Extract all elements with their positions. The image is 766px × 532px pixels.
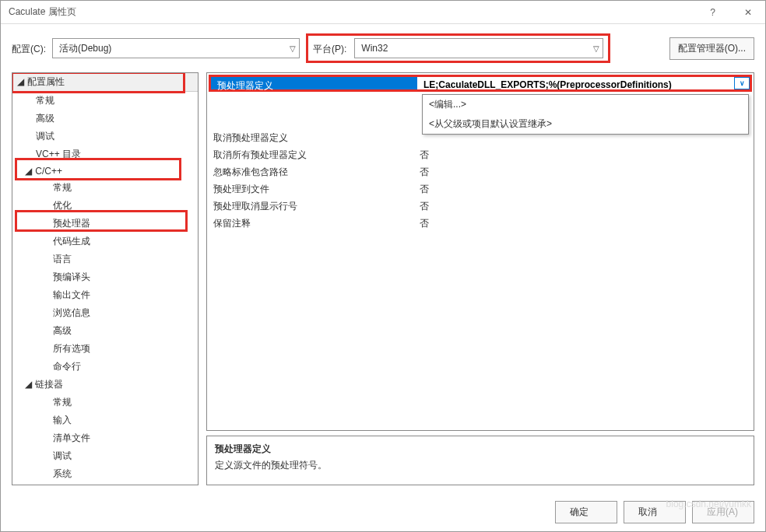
grid-row[interactable]: 保留注释否 bbox=[207, 215, 754, 232]
chevron-down-icon: ▽ bbox=[290, 44, 296, 53]
dialog-buttons: 确定 取消 应用(A) bbox=[1, 493, 765, 531]
platform-select[interactable]: Win32 ▽ bbox=[354, 38, 603, 58]
grid-value[interactable]: 否 bbox=[413, 215, 754, 232]
tree-item[interactable]: 语言 bbox=[12, 250, 198, 268]
tree-item[interactable]: 调试 bbox=[12, 447, 198, 465]
ok-button[interactable]: 确定 bbox=[555, 501, 617, 523]
grid-value[interactable]: 否 bbox=[413, 163, 754, 180]
grid-value[interactable]: LE;CaculateDLL_EXPORTS;%(PreprocessorDef… bbox=[417, 77, 750, 89]
grid-value[interactable]: 否 bbox=[413, 198, 754, 215]
tree-item[interactable]: 常规 bbox=[12, 394, 198, 411]
tree-item[interactable]: 浏览信息 bbox=[12, 304, 198, 322]
grid-row[interactable]: 忽略标准包含路径否 bbox=[207, 163, 754, 180]
config-toolbar: 配置(C): 活动(Debug) ▽ 平台(P): Win32 ▽ 配置管理器(… bbox=[1, 24, 765, 72]
grid-label: 忽略标准包含路径 bbox=[207, 163, 413, 180]
tree-item[interactable]: 优化 bbox=[12, 483, 198, 485]
config-label: 配置(C): bbox=[12, 41, 46, 56]
tree-item-cpp[interactable]: ◢ C/C++ bbox=[12, 163, 198, 179]
tree-item[interactable]: 预编译头 bbox=[12, 268, 198, 286]
tree-item[interactable]: 代码生成 bbox=[12, 233, 198, 250]
tree-item[interactable]: VC++ 目录 bbox=[12, 145, 198, 163]
tree-item[interactable]: 预处理器 bbox=[12, 215, 198, 233]
description-text: 定义源文件的预处理符号。 bbox=[215, 459, 746, 472]
tree-item[interactable]: 高级 bbox=[12, 110, 198, 128]
config-value: 活动(Debug) bbox=[59, 42, 111, 55]
tree-item[interactable]: 优化 bbox=[12, 197, 198, 215]
config-manager-button[interactable]: 配置管理器(O)... bbox=[669, 37, 754, 60]
tree-item[interactable]: 输入 bbox=[12, 411, 198, 429]
tree-item-linker[interactable]: ◢ 链接器 bbox=[12, 376, 198, 394]
tree-item[interactable]: 常规 bbox=[12, 179, 198, 197]
titlebar: Caculate 属性页 ? ✕ bbox=[1, 1, 765, 24]
grid-label: 预处理取消显示行号 bbox=[207, 198, 413, 215]
description-title: 预处理器定义 bbox=[215, 443, 746, 456]
grid-value[interactable]: 否 bbox=[413, 146, 754, 163]
property-grid: 预处理器定义 LE;CaculateDLL_EXPORTS;%(Preproce… bbox=[206, 72, 754, 431]
platform-label: 平台(P): bbox=[313, 41, 346, 56]
grid-row[interactable]: 取消所有预处理器定义否 bbox=[207, 146, 754, 163]
tree-panel[interactable]: ◢ 配置属性 常规高级调试VC++ 目录 ◢ C/C++ 常规优化预处理器代码生… bbox=[12, 72, 199, 485]
main-area: ◢ 配置属性 常规高级调试VC++ 目录 ◢ C/C++ 常规优化预处理器代码生… bbox=[1, 72, 765, 493]
platform-value: Win32 bbox=[361, 43, 388, 54]
dropdown-item-inherit[interactable]: <从父级或项目默认设置继承> bbox=[423, 114, 748, 134]
cancel-button[interactable]: 取消 bbox=[624, 501, 686, 523]
tree-item[interactable]: 调试 bbox=[12, 128, 198, 145]
property-page-window: Caculate 属性页 ? ✕ 配置(C): 活动(Debug) ▽ 平台(P… bbox=[0, 0, 766, 532]
dropdown-item-edit[interactable]: <编辑...> bbox=[423, 95, 748, 114]
platform-highlight: 平台(P): Win32 ▽ bbox=[306, 33, 610, 63]
titlebar-controls: ? ✕ bbox=[695, 1, 765, 24]
right-panel: 预处理器定义 LE;CaculateDLL_EXPORTS;%(Preproce… bbox=[206, 72, 754, 485]
tree-item[interactable]: 系统 bbox=[12, 465, 198, 483]
apply-button[interactable]: 应用(A) bbox=[692, 501, 754, 523]
dropdown-list: <编辑...> <从父级或项目默认设置继承> bbox=[422, 94, 749, 135]
grid-row-selected[interactable]: 预处理器定义 LE;CaculateDLL_EXPORTS;%(Preproce… bbox=[209, 75, 752, 92]
tree-item[interactable]: 命令行 bbox=[12, 358, 198, 376]
tree-item[interactable]: 常规 bbox=[12, 92, 198, 110]
grid-value[interactable]: 否 bbox=[413, 180, 754, 198]
grid-row[interactable]: 预处理到文件否 bbox=[207, 180, 754, 198]
description-panel: 预处理器定义 定义源文件的预处理符号。 bbox=[206, 436, 754, 485]
tree-item[interactable]: 清单文件 bbox=[12, 429, 198, 447]
config-select[interactable]: 活动(Debug) ▽ bbox=[52, 38, 300, 58]
tree-item[interactable]: 高级 bbox=[12, 322, 198, 340]
dropdown-button[interactable]: ∨ bbox=[734, 77, 750, 89]
close-button[interactable]: ✕ bbox=[730, 1, 765, 24]
grid-label: 预处理到文件 bbox=[207, 180, 413, 198]
tree-item[interactable]: 所有选项 bbox=[12, 340, 198, 358]
help-button[interactable]: ? bbox=[695, 1, 730, 24]
grid-label: 预处理器定义 bbox=[211, 77, 417, 89]
grid-label: 取消预处理器定义 bbox=[207, 129, 413, 146]
grid-label: 保留注释 bbox=[207, 215, 413, 232]
window-title: Caculate 属性页 bbox=[9, 5, 76, 19]
grid-row[interactable]: 预处理取消显示行号否 bbox=[207, 198, 754, 215]
chevron-down-icon: ▽ bbox=[593, 44, 599, 53]
tree-item[interactable]: 输出文件 bbox=[12, 286, 198, 304]
tree-root[interactable]: ◢ 配置属性 bbox=[12, 73, 198, 92]
grid-label: 取消所有预处理器定义 bbox=[207, 146, 413, 163]
